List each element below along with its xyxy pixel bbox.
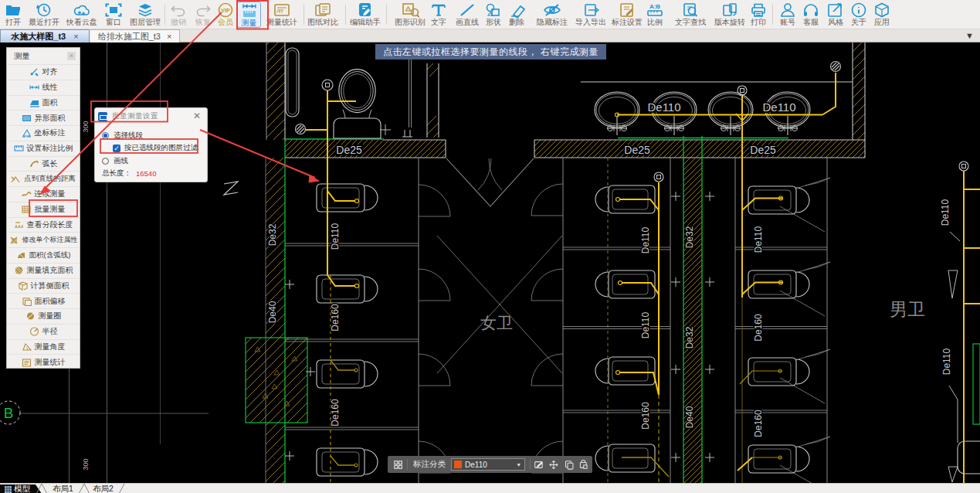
svg-text:De32: De32 bbox=[684, 226, 695, 248]
svg-text:B: B bbox=[4, 405, 14, 421]
svg-text:女卫: 女卫 bbox=[480, 314, 513, 332]
svg-text:De110: De110 bbox=[762, 100, 795, 114]
svg-text:A:B: A:B bbox=[649, 3, 660, 10]
svg-text:De110: De110 bbox=[330, 223, 341, 250]
svg-text:De25: De25 bbox=[624, 144, 650, 156]
svg-text:De110: De110 bbox=[640, 311, 651, 338]
svg-text:De160: De160 bbox=[330, 304, 341, 332]
svg-text:De160: De160 bbox=[753, 314, 764, 342]
svg-text:De40: De40 bbox=[267, 301, 278, 323]
svg-text:De25: De25 bbox=[336, 144, 362, 156]
svg-text:De110: De110 bbox=[647, 100, 680, 114]
svg-text:De160: De160 bbox=[753, 410, 764, 437]
svg-text:De32: De32 bbox=[684, 326, 695, 348]
svg-text:De25: De25 bbox=[750, 144, 776, 156]
svg-text:De110: De110 bbox=[941, 348, 952, 375]
svg-text:De160: De160 bbox=[330, 399, 341, 427]
svg-text:De32: De32 bbox=[267, 223, 278, 246]
svg-text:De110: De110 bbox=[753, 226, 764, 253]
svg-text:De110: De110 bbox=[640, 226, 651, 253]
svg-text:300: 300 bbox=[82, 121, 90, 132]
svg-text:De160: De160 bbox=[640, 402, 651, 430]
svg-text:De110: De110 bbox=[940, 199, 951, 226]
svg-text:300: 300 bbox=[82, 458, 90, 470]
svg-text:男卫: 男卫 bbox=[890, 299, 925, 319]
svg-text:VIP: VIP bbox=[221, 8, 230, 13]
svg-text:De40: De40 bbox=[684, 406, 695, 428]
